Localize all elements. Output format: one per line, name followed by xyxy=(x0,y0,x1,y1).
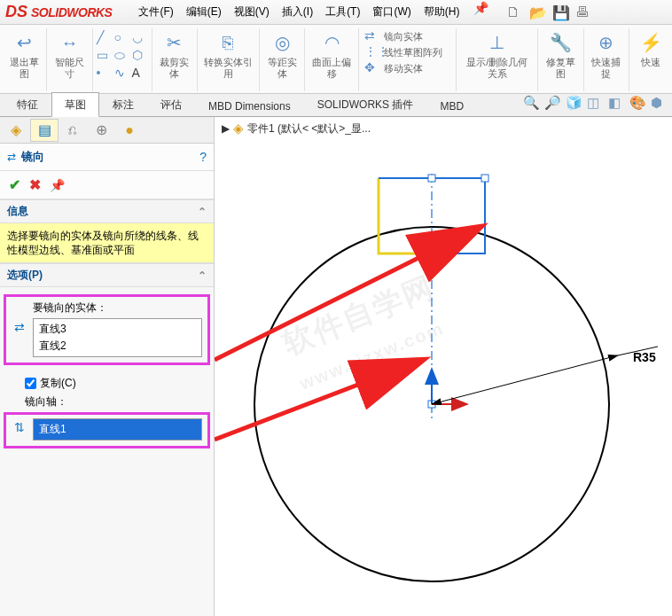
fast-button[interactable]: ⚡ 快速 xyxy=(629,28,672,91)
entities-selection-box[interactable]: 直线3 直线2 xyxy=(33,318,202,357)
menu-file[interactable]: 文件(F) xyxy=(133,1,178,23)
fast-icon: ⚡ xyxy=(638,30,663,55)
tab-annotate[interactable]: 标注 xyxy=(99,92,147,116)
copy-checkbox[interactable] xyxy=(25,378,36,389)
pattern-group: ⇄ 镜向实体 ⋮⋮ 线性草图阵列 ✥ 移动实体 xyxy=(359,28,457,91)
sketch-svg: R35 xyxy=(215,138,672,616)
menu-help[interactable]: 帮助(H) xyxy=(418,1,465,23)
trim-button[interactable]: ✂ 裁剪实体 xyxy=(152,28,198,91)
text-icon[interactable]: A xyxy=(132,66,148,82)
sketch-line-mirrored[interactable] xyxy=(432,178,485,253)
linear-pattern-label: 线性草图阵列 xyxy=(384,47,442,58)
snap-label: 快速捕捉 xyxy=(590,57,623,80)
axis-item[interactable]: 直线1 xyxy=(37,421,198,438)
handle[interactable] xyxy=(428,175,435,182)
relations-label: 显示/删除几何关系 xyxy=(462,57,532,80)
print-icon[interactable]: 🖶 xyxy=(575,4,591,20)
pushpin-button[interactable]: 📌 xyxy=(50,178,65,192)
open-icon[interactable]: 📂 xyxy=(529,4,545,20)
copy-checkbox-row[interactable]: 复制(C) xyxy=(4,374,210,394)
sketch-tools-mini: ╱ ○ ◡ ▭ ⬭ ⬡ • ∿ A xyxy=(93,28,152,91)
radius-dimension-text[interactable]: R35 xyxy=(633,350,656,364)
slot-icon[interactable]: ⬭ xyxy=(114,48,130,64)
graphics-area[interactable]: ▶ ◈ 零件1 (默认< <默认>_显... 软件自学网www.rjzxw.co… xyxy=(215,117,672,616)
line-icon[interactable]: ╱ xyxy=(97,30,113,46)
arc-icon[interactable]: ◡ xyxy=(132,30,148,46)
zoom-fit-icon[interactable]: 🔍 xyxy=(523,95,539,111)
options-section-header[interactable]: 选项(P) ⌃ xyxy=(0,263,214,287)
handle[interactable] xyxy=(481,175,488,182)
exit-sketch-button[interactable]: ↩ 退出草图 xyxy=(2,28,47,91)
dimxpert-manager-tab[interactable]: ⊕ xyxy=(87,119,115,142)
info-section-label: 信息 xyxy=(7,204,28,219)
sketch-canvas[interactable]: R35 xyxy=(215,138,672,616)
options-section-label: 选项(P) xyxy=(7,268,43,283)
mirror-entities-button[interactable]: ⇄ 镜向实体 xyxy=(364,28,423,44)
cancel-button[interactable]: ✖ xyxy=(29,176,41,193)
display-manager-tab[interactable]: ● xyxy=(115,119,144,142)
quick-access-toolbar: 🗋 📂 💾 🖶 xyxy=(506,4,591,20)
circle-icon[interactable]: ○ xyxy=(114,30,130,46)
smart-dim-label: 智能尺寸 xyxy=(52,57,86,80)
curve-edit-button[interactable]: ◠ 曲面上偏移 xyxy=(305,28,359,91)
manager-tab-bar: ◈ ▤ ⎌ ⊕ ● xyxy=(0,117,214,144)
smart-dimension-button[interactable]: ↔ 智能尺寸 xyxy=(47,28,92,91)
scene-icon[interactable]: 🎨 xyxy=(629,95,645,111)
entity-item[interactable]: 直线3 xyxy=(37,321,198,338)
command-title: 镜向 xyxy=(21,149,44,165)
tab-features[interactable]: 特征 xyxy=(4,92,51,116)
rectangle-icon[interactable]: ▭ xyxy=(97,48,113,64)
exit-sketch-icon: ↩ xyxy=(12,30,36,55)
config-manager-tab[interactable]: ⎌ xyxy=(59,119,87,142)
quick-snap-button[interactable]: ⊕ 快速捕捉 xyxy=(584,28,629,91)
axis-selection-box[interactable]: 直线1 xyxy=(33,418,202,441)
display-style-icon[interactable]: ◫ xyxy=(587,95,603,111)
menu-window[interactable]: 窗口(W) xyxy=(367,1,416,23)
tab-solidworks-addins[interactable]: SOLIDWORKS 插件 xyxy=(304,92,427,116)
menu-edit[interactable]: 编辑(E) xyxy=(181,1,227,23)
point-icon[interactable]: • xyxy=(97,66,113,82)
save-icon[interactable]: 💾 xyxy=(552,4,568,20)
linear-pattern-button[interactable]: ⋮⋮ 线性草图阵列 xyxy=(364,44,442,60)
expand-arrow-icon[interactable]: ▶ xyxy=(222,122,230,135)
property-manager-tab[interactable]: ▤ xyxy=(30,119,59,142)
offset-button[interactable]: ◎ 等距实体 xyxy=(260,28,305,91)
menu-tools[interactable]: 工具(T) xyxy=(320,1,365,23)
pin-icon[interactable]: 📌 xyxy=(473,1,488,23)
convert-button[interactable]: ⎘ 转换实体引用 xyxy=(198,28,260,91)
view-orient-icon[interactable]: 🧊 xyxy=(566,95,582,111)
info-section-header[interactable]: 信息 ⌃ xyxy=(0,199,214,223)
spline-icon[interactable]: ∿ xyxy=(114,66,130,82)
tab-mbd-dimensions[interactable]: MBD Dimensions xyxy=(195,95,304,116)
part-name[interactable]: 零件1 (默认< <默认>_显... xyxy=(247,121,371,136)
tab-sketch[interactable]: 草图 xyxy=(51,92,99,117)
entity-item[interactable]: 直线2 xyxy=(37,338,198,355)
ok-button[interactable]: ✔ xyxy=(9,176,20,193)
zoom-area-icon[interactable]: 🔎 xyxy=(544,95,560,111)
section-view-icon[interactable]: ◧ xyxy=(608,95,624,111)
move-label: 移动实体 xyxy=(384,63,423,74)
flyout-feature-tree[interactable]: ▶ ◈ 零件1 (默认< <默认>_显... xyxy=(215,117,672,140)
appearance-icon[interactable]: ⬢ xyxy=(651,95,667,111)
main-area: ◈ ▤ ⎌ ⊕ ● ⇄ 镜向 ? ✔ ✖ 📌 信息 ⌃ 选择要镜向的实体及镜向所… xyxy=(0,117,672,616)
menu-view[interactable]: 视图(V) xyxy=(229,1,275,23)
smart-dim-icon: ↔ xyxy=(57,30,82,55)
repair-icon: 🔧 xyxy=(549,30,574,55)
annotation-arrow-entities xyxy=(215,227,481,360)
polygon-icon[interactable]: ⬡ xyxy=(132,48,148,64)
show-relations-button[interactable]: ⊥ 显示/删除几何关系 xyxy=(457,28,538,91)
help-icon[interactable]: ? xyxy=(199,150,207,164)
move-entities-button[interactable]: ✥ 移动实体 xyxy=(364,60,423,76)
property-manager: ◈ ▤ ⎌ ⊕ ● ⇄ 镜向 ? ✔ ✖ 📌 信息 ⌃ 选择要镜向的实体及镜向所… xyxy=(0,117,215,616)
feature-manager-tab[interactable]: ◈ xyxy=(2,119,30,142)
new-icon[interactable]: 🗋 xyxy=(506,4,522,20)
tab-mbd[interactable]: MBD xyxy=(426,95,477,116)
menu-insert[interactable]: 插入(I) xyxy=(277,1,318,23)
heads-up-toolbar: 🔍 🔎 🧊 ◫ ◧ 🎨 ⬢ xyxy=(523,95,667,111)
axis-highlight-box: ⇅ 直线1 xyxy=(4,412,210,448)
radius-dimension-leader[interactable] xyxy=(432,355,618,404)
repair-sketch-button[interactable]: 🔧 修复草图 xyxy=(538,28,583,91)
tab-evaluate[interactable]: 评估 xyxy=(147,92,195,116)
sketch-line-yellow[interactable] xyxy=(379,178,432,253)
title-bar: DS SOLIDWORKS 文件(F) 编辑(E) 视图(V) 插入(I) 工具… xyxy=(0,0,672,25)
